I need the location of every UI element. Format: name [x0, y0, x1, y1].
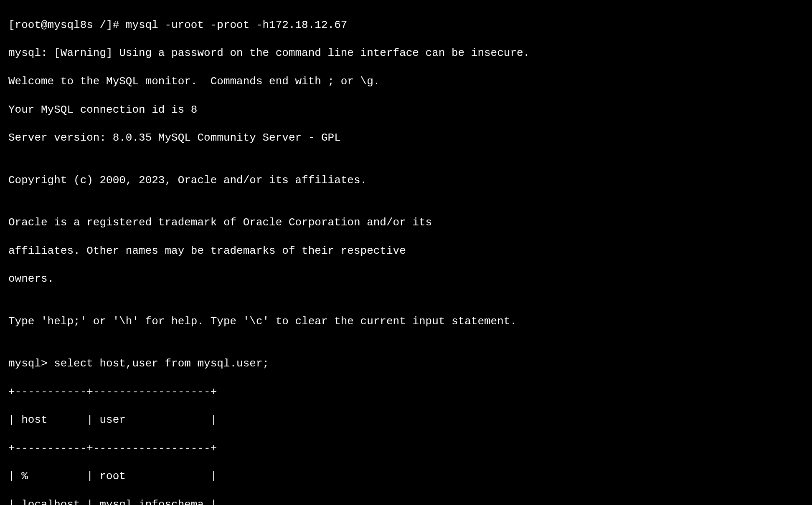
trademark-notice: Oracle is a registered trademark of Orac… [8, 216, 804, 230]
table-row: | % | root | [8, 470, 804, 484]
table-border: +-----------+------------------+ [8, 442, 804, 456]
connection-id: Your MySQL connection id is 8 [8, 103, 804, 117]
table-header: | host | user | [8, 413, 804, 427]
terminal-window[interactable]: [root@mysql8s /]# mysql -uroot -proot -h… [0, 0, 812, 505]
mysql-warning: mysql: [Warning] Using a password on the… [8, 46, 804, 61]
mysql-query: mysql> select host,user from mysql.user; [8, 357, 804, 371]
welcome-message: Welcome to the MySQL monitor. Commands e… [8, 75, 804, 89]
table-border: +-----------+------------------+ [8, 385, 804, 399]
copyright-notice: Copyright (c) 2000, 2023, Oracle and/or … [8, 174, 804, 188]
table-row: | localhost | mysql.infoschema | [8, 498, 804, 505]
trademark-notice: owners. [8, 272, 804, 286]
help-hint: Type 'help;' or '\h' for help. Type '\c'… [8, 315, 804, 329]
trademark-notice: affiliates. Other names may be trademark… [8, 244, 804, 258]
shell-prompt-line: [root@mysql8s /]# mysql -uroot -proot -h… [8, 18, 804, 33]
server-version: Server version: 8.0.35 MySQL Community S… [8, 131, 804, 145]
